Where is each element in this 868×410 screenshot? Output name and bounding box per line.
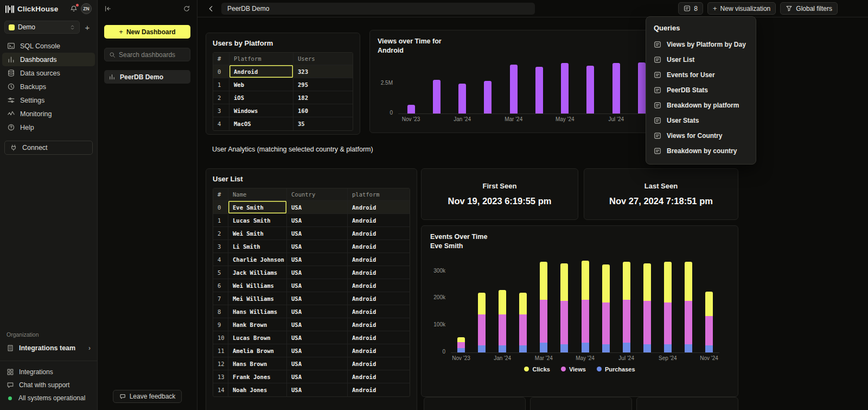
- table-cell: USA: [287, 370, 348, 383]
- table-row[interactable]: 4Charlie JohnsonUSAAndroid: [213, 253, 410, 266]
- sidebar-item-sql-console[interactable]: SQL Console: [2, 39, 95, 53]
- table-row[interactable]: 12Hans BrownUSAAndroid: [213, 357, 410, 370]
- user-avatar[interactable]: ZN: [81, 3, 92, 14]
- sidebar-footer-chat-with-support[interactable]: Chat with support: [0, 379, 97, 392]
- query-item-views-by-platform-by-day[interactable]: Views by Platform by Day: [646, 37, 756, 52]
- chart-bar: [602, 264, 610, 352]
- x-tick-label: Jan '24: [450, 114, 475, 122]
- bar-segment-purchases: [582, 343, 589, 352]
- table-row[interactable]: 7Mei WilliamsUSAAndroid: [213, 292, 410, 305]
- table-row[interactable]: 2Wei SmithUSAAndroid: [213, 227, 410, 240]
- y-tick-label: 100k: [433, 321, 445, 327]
- bar-segment-clicks: [560, 263, 568, 301]
- bar-slot: [637, 255, 658, 352]
- bar-segment-clicks: [499, 290, 506, 314]
- table-cell: Amelia Brown: [228, 344, 287, 357]
- bar-slot: [616, 255, 637, 352]
- query-item-label: Views by Platform by Day: [667, 41, 746, 48]
- table-cell: USA: [287, 331, 348, 344]
- user-list-card: User List #NameCountryplatform0Eve Smith…: [206, 168, 417, 410]
- table-row[interactable]: 10Lucas BrownUSAAndroid: [213, 331, 410, 344]
- leave-feedback-button[interactable]: Leave feedback: [113, 390, 182, 403]
- table-row[interactable]: 13Frank JonesUSAAndroid: [213, 370, 410, 383]
- query-item-user-list[interactable]: User List: [646, 52, 756, 67]
- bar-segment-clicks: [602, 264, 610, 302]
- query-item-events-for-user[interactable]: Events for User: [646, 67, 756, 83]
- panel-toolbar: [104, 0, 190, 17]
- brand-name: ClickHouse: [17, 5, 59, 13]
- query-item-views-for-country[interactable]: Views for Country: [646, 128, 756, 143]
- table-cell: 3: [213, 240, 228, 253]
- integrations-icon: [7, 368, 14, 376]
- table-row[interactable]: 1Lucas SmithUSAAndroid: [213, 214, 410, 227]
- query-icon: [654, 117, 661, 124]
- chat-icon: [7, 381, 14, 389]
- query-item-label: Breakdown by platform: [667, 102, 739, 109]
- table-cell: 8: [213, 305, 228, 318]
- legend-item-purchases[interactable]: Purchases: [597, 366, 635, 373]
- search-input[interactable]: [119, 51, 186, 59]
- new-dashboard-button[interactable]: + New Dashboard: [104, 25, 190, 39]
- query-item-user-stats[interactable]: User Stats: [646, 113, 756, 128]
- table-row[interactable]: 0Android323: [213, 65, 353, 78]
- x-tick-label: May '24: [552, 114, 578, 122]
- new-visualization-button[interactable]: + New visualization: [707, 2, 776, 15]
- query-item-breakdown-by-platform[interactable]: Breakdown by platform: [646, 98, 756, 113]
- sidebar-item-monitoring[interactable]: Monitoring: [2, 107, 95, 121]
- table-row[interactable]: 3Windows160: [213, 104, 353, 117]
- table-cell: Android: [348, 305, 410, 318]
- connect-button[interactable]: Connect: [4, 141, 93, 155]
- back-button[interactable]: [207, 5, 215, 12]
- sidebar-item-data-sources[interactable]: Data sources: [2, 66, 95, 80]
- bar-segment-purchases: [560, 344, 568, 352]
- footer-item-label: Integrations: [19, 368, 53, 376]
- table-row[interactable]: 6Wei WilliamsUSAAndroid: [213, 279, 410, 292]
- query-item-breakdown-by-country[interactable]: Breakdown by country: [646, 143, 756, 159]
- legend-item-clicks[interactable]: Clicks: [524, 366, 550, 373]
- collapse-panel-icon[interactable]: [104, 5, 112, 12]
- bar-slot: [554, 255, 575, 352]
- sidebar-footer-all-systems-operational[interactable]: All systems operational: [0, 392, 97, 405]
- dashboard-title-input[interactable]: [221, 3, 535, 15]
- table-row[interactable]: 5Jack WilliamsUSAAndroid: [213, 266, 410, 279]
- x-tick-label: Nov '23: [451, 353, 471, 361]
- query-icon: [654, 102, 661, 109]
- queries-count-button[interactable]: 8: [678, 2, 703, 15]
- legend-item-views[interactable]: Views: [561, 366, 586, 373]
- table-row[interactable]: 2iOS182: [213, 91, 353, 104]
- bar-slot: [678, 255, 699, 352]
- bar-segment-purchases: [457, 348, 465, 352]
- table-row[interactable]: 14Noah JonesUSAAndroid: [213, 383, 410, 396]
- sidebar-item-dashboards[interactable]: Dashboards: [2, 53, 95, 66]
- table-row[interactable]: 1Web295: [213, 78, 353, 91]
- table-cell: USA: [287, 214, 348, 226]
- add-workspace-button[interactable]: +: [82, 22, 93, 33]
- bar-segment-views: [478, 314, 486, 345]
- global-filters-button[interactable]: Global filters: [780, 2, 838, 15]
- organization-team[interactable]: Integrations team ›: [0, 341, 97, 355]
- table-row[interactable]: 9Hank BrownUSAAndroid: [213, 318, 410, 331]
- dashboard-item-peerdb-demo[interactable]: PeerDB Demo: [104, 70, 190, 84]
- refresh-icon[interactable]: [183, 5, 190, 12]
- queries-count-label: 8: [694, 5, 698, 12]
- query-item-peerdb-stats[interactable]: PeerDB Stats: [646, 83, 756, 98]
- bar-slot: [658, 255, 678, 352]
- table-header-cell: #: [213, 188, 228, 200]
- workspace-selector[interactable]: Demo: [4, 21, 80, 34]
- table-row[interactable]: 11Amelia BrownUSAAndroid: [213, 344, 410, 357]
- notifications-bell-icon[interactable]: [70, 5, 78, 12]
- table-row[interactable]: 8Hans WilliamsUSAAndroid: [213, 305, 410, 318]
- table-row[interactable]: 0Eve SmithUSAAndroid: [213, 201, 410, 214]
- table-cell: USA: [287, 357, 348, 370]
- connect-label: Connect: [22, 144, 48, 152]
- table-row[interactable]: 3Li SmithUSAAndroid: [213, 240, 410, 253]
- sidebar-item-settings[interactable]: Settings: [2, 93, 95, 107]
- sidebar-item-backups[interactable]: Backups: [2, 80, 95, 93]
- user-list-table: #NameCountryplatform0Eve SmithUSAAndroid…: [213, 188, 410, 397]
- sidebar: ClickHouse ZN Demo + SQL Console Dashb: [0, 0, 98, 410]
- chart-bar: [705, 292, 713, 352]
- sidebar-footer-integrations[interactable]: Integrations: [0, 365, 97, 379]
- table-row[interactable]: 4MacOS35: [213, 117, 353, 130]
- table-cell: Frank Jones: [228, 370, 287, 383]
- sidebar-item-help[interactable]: Help: [2, 121, 95, 134]
